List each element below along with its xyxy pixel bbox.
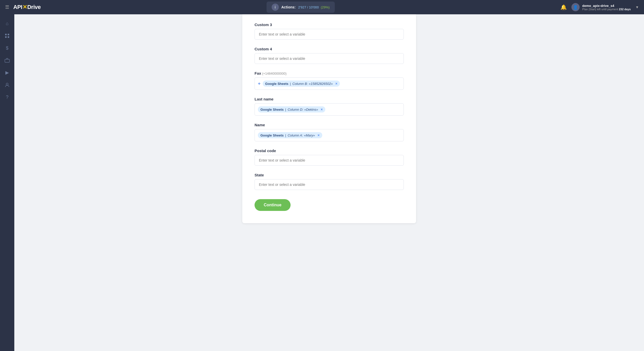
field-input-custom4[interactable] [255, 53, 404, 64]
chevron-down-icon[interactable]: ▼ [635, 5, 639, 9]
field-label-custom4: Custom 4 [255, 47, 404, 51]
user-name: demo_apix-drive_s4 [582, 4, 631, 8]
continue-button[interactable]: Continue [255, 199, 291, 211]
logo-drive: Drive [27, 4, 41, 10]
field-label-name: Name [255, 123, 404, 127]
form-container: Custom 3Custom 4Fax (+14840000000)+Googl… [242, 14, 416, 223]
field-label-postal_code: Postal code [255, 149, 404, 153]
svg-rect-2 [5, 36, 7, 38]
header-center: i Actions: 2'927 / 10'000 (29%) [41, 2, 560, 13]
user-avatar: 👤 [571, 3, 580, 11]
sidebar-item-help[interactable]: ? [2, 92, 12, 102]
field-group-fax: Fax (+14840000000)+Google Sheets | Colum… [255, 71, 404, 90]
user-info[interactable]: 👤 demo_apix-drive_s4 Plan |Start| left u… [571, 3, 631, 11]
svg-point-5 [6, 83, 8, 85]
tag-remove-name-0[interactable]: × [318, 133, 320, 137]
user-details: demo_apix-drive_s4 Plan |Start| left unt… [582, 4, 631, 11]
header: ☰ API✕Drive i Actions: 2'927 / 10'000 (2… [0, 0, 644, 14]
user-days: 232 days [619, 8, 631, 11]
actions-percent: (29%) [321, 5, 330, 9]
tag-remove-last_name-0[interactable]: × [321, 107, 323, 111]
sidebar-item-briefcase[interactable] [2, 55, 12, 65]
tag-name-name: Google Sheets [260, 133, 284, 137]
logo-api: API [13, 4, 22, 10]
actions-label: Actions: [281, 5, 296, 9]
sidebar-item-dollar[interactable]: $ [2, 43, 12, 53]
avatar-icon: 👤 [573, 5, 578, 10]
field-group-last_name: Last nameGoogle Sheets | Column D: «Deki… [255, 97, 404, 116]
sidebar-item-play[interactable]: ▶ [2, 67, 12, 78]
field-group-name: NameGoogle Sheets | Column A: «Mary»× [255, 123, 404, 141]
actions-info-icon: i [272, 4, 279, 11]
field-group-postal_code: Postal code [255, 149, 404, 166]
field-label-custom3: Custom 3 [255, 22, 404, 27]
tag-remove-fax-0[interactable]: × [335, 82, 337, 86]
logo: API✕Drive [13, 4, 41, 10]
tag-name-last_name: Google Sheets [260, 108, 284, 111]
sidebar-item-user[interactable] [2, 80, 12, 90]
svg-rect-0 [5, 34, 7, 35]
sidebar: ⌂ $ ▶ ? [0, 14, 14, 351]
svg-rect-1 [8, 34, 9, 35]
tag-name-fax: Google Sheets [265, 82, 289, 86]
logo-x: ✕ [22, 4, 27, 10]
field-group-custom4: Custom 4 [255, 47, 404, 64]
tag-detail-last_name: Column D: «Dekins» [288, 108, 318, 111]
page-body: Custom 3Custom 4Fax (+14840000000)+Googl… [14, 14, 644, 233]
actions-number: 2'927 / 10'000 [298, 5, 319, 9]
tag-field-fax[interactable]: +Google Sheets | Column B: «15852826502»… [255, 77, 404, 90]
layout: ⌂ $ ▶ ? [0, 14, 644, 351]
tag-detail-name: Column A: «Mary» [288, 133, 315, 137]
field-label-last_name: Last name [255, 97, 404, 101]
field-label-state: State [255, 173, 404, 177]
sidebar-item-grid[interactable] [2, 31, 12, 41]
field-label-sub-fax: (+14840000000) [261, 72, 286, 75]
field-input-custom3[interactable] [255, 29, 404, 40]
user-plan: Plan |Start| left until payment 232 days [582, 8, 631, 11]
notification-icon[interactable]: 🔔 [560, 4, 567, 10]
variable-tag-last_name-0[interactable]: Google Sheets | Column D: «Dekins»× [258, 106, 325, 112]
field-input-state[interactable] [255, 179, 404, 190]
field-group-custom3: Custom 3 [255, 22, 404, 40]
menu-icon[interactable]: ☰ [5, 4, 9, 10]
main-content: Custom 3Custom 4Fax (+14840000000)+Googl… [14, 14, 644, 351]
actions-badge[interactable]: i Actions: 2'927 / 10'000 (29%) [267, 2, 335, 13]
svg-rect-3 [8, 36, 9, 38]
variable-tag-fax-0[interactable]: Google Sheets | Column B: «15852826502»× [263, 81, 340, 87]
tag-field-name[interactable]: Google Sheets | Column A: «Mary»× [255, 129, 404, 141]
header-right: 🔔 👤 demo_apix-drive_s4 Plan |Start| left… [560, 3, 639, 11]
tag-field-last_name[interactable]: Google Sheets | Column D: «Dekins»× [255, 103, 404, 116]
field-input-postal_code[interactable] [255, 155, 404, 166]
svg-rect-4 [5, 59, 9, 62]
field-group-state: State [255, 173, 404, 190]
sidebar-item-home[interactable]: ⌂ [2, 18, 12, 29]
actions-count: 2'927 / 10'000 (29%) [298, 5, 330, 9]
field-label-fax: Fax (+14840000000) [255, 71, 404, 75]
tag-plus-fax[interactable]: + [258, 81, 261, 86]
tag-detail-fax: Column B: «15852826502» [292, 82, 333, 86]
variable-tag-name-0[interactable]: Google Sheets | Column A: «Mary»× [258, 132, 322, 138]
